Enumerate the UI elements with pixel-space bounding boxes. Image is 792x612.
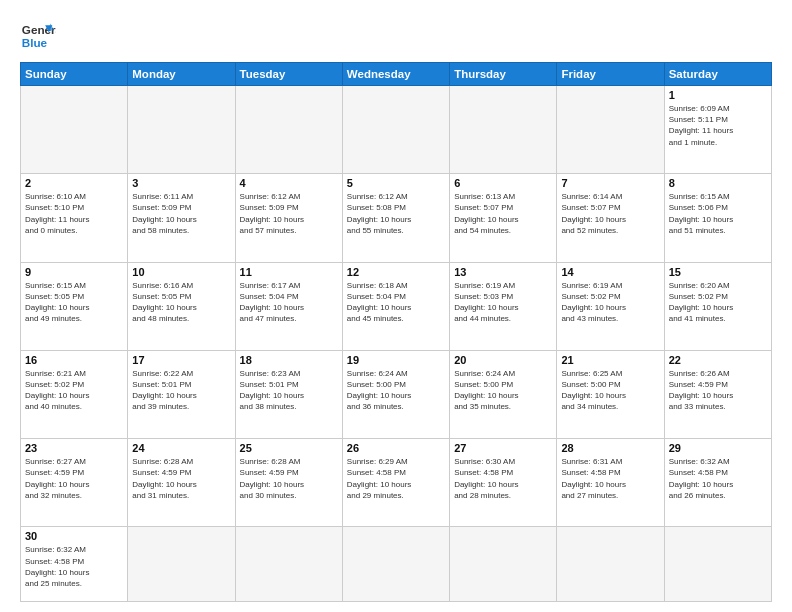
day-info: Sunrise: 6:23 AM Sunset: 5:01 PM Dayligh…	[240, 368, 338, 413]
day-number: 6	[454, 177, 552, 189]
day-cell: 27Sunrise: 6:30 AM Sunset: 4:58 PM Dayli…	[450, 439, 557, 527]
day-info: Sunrise: 6:32 AM Sunset: 4:58 PM Dayligh…	[25, 544, 123, 589]
day-info: Sunrise: 6:09 AM Sunset: 5:11 PM Dayligh…	[669, 103, 767, 148]
day-cell: 17Sunrise: 6:22 AM Sunset: 5:01 PM Dayli…	[128, 350, 235, 438]
day-info: Sunrise: 6:26 AM Sunset: 4:59 PM Dayligh…	[669, 368, 767, 413]
header-row: SundayMondayTuesdayWednesdayThursdayFrid…	[21, 63, 772, 86]
day-info: Sunrise: 6:12 AM Sunset: 5:08 PM Dayligh…	[347, 191, 445, 236]
day-number: 25	[240, 442, 338, 454]
day-number: 17	[132, 354, 230, 366]
day-number: 1	[669, 89, 767, 101]
day-cell: 8Sunrise: 6:15 AM Sunset: 5:06 PM Daylig…	[664, 174, 771, 262]
day-number: 7	[561, 177, 659, 189]
day-info: Sunrise: 6:30 AM Sunset: 4:58 PM Dayligh…	[454, 456, 552, 501]
day-cell	[235, 527, 342, 602]
day-info: Sunrise: 6:28 AM Sunset: 4:59 PM Dayligh…	[132, 456, 230, 501]
day-cell	[342, 86, 449, 174]
day-cell: 4Sunrise: 6:12 AM Sunset: 5:09 PM Daylig…	[235, 174, 342, 262]
day-info: Sunrise: 6:21 AM Sunset: 5:02 PM Dayligh…	[25, 368, 123, 413]
day-cell: 22Sunrise: 6:26 AM Sunset: 4:59 PM Dayli…	[664, 350, 771, 438]
header-day-friday: Friday	[557, 63, 664, 86]
day-info: Sunrise: 6:24 AM Sunset: 5:00 PM Dayligh…	[454, 368, 552, 413]
day-info: Sunrise: 6:15 AM Sunset: 5:06 PM Dayligh…	[669, 191, 767, 236]
calendar-body: 1Sunrise: 6:09 AM Sunset: 5:11 PM Daylig…	[21, 86, 772, 602]
day-number: 23	[25, 442, 123, 454]
day-cell	[557, 527, 664, 602]
day-info: Sunrise: 6:19 AM Sunset: 5:03 PM Dayligh…	[454, 280, 552, 325]
day-number: 30	[25, 530, 123, 542]
day-cell: 19Sunrise: 6:24 AM Sunset: 5:00 PM Dayli…	[342, 350, 449, 438]
header-day-tuesday: Tuesday	[235, 63, 342, 86]
day-info: Sunrise: 6:24 AM Sunset: 5:00 PM Dayligh…	[347, 368, 445, 413]
day-cell: 25Sunrise: 6:28 AM Sunset: 4:59 PM Dayli…	[235, 439, 342, 527]
day-number: 5	[347, 177, 445, 189]
week-row-2: 9Sunrise: 6:15 AM Sunset: 5:05 PM Daylig…	[21, 262, 772, 350]
day-number: 29	[669, 442, 767, 454]
day-cell: 20Sunrise: 6:24 AM Sunset: 5:00 PM Dayli…	[450, 350, 557, 438]
day-cell: 28Sunrise: 6:31 AM Sunset: 4:58 PM Dayli…	[557, 439, 664, 527]
day-number: 21	[561, 354, 659, 366]
day-number: 13	[454, 266, 552, 278]
day-info: Sunrise: 6:28 AM Sunset: 4:59 PM Dayligh…	[240, 456, 338, 501]
week-row-0: 1Sunrise: 6:09 AM Sunset: 5:11 PM Daylig…	[21, 86, 772, 174]
day-cell: 13Sunrise: 6:19 AM Sunset: 5:03 PM Dayli…	[450, 262, 557, 350]
day-cell: 24Sunrise: 6:28 AM Sunset: 4:59 PM Dayli…	[128, 439, 235, 527]
week-row-3: 16Sunrise: 6:21 AM Sunset: 5:02 PM Dayli…	[21, 350, 772, 438]
day-info: Sunrise: 6:25 AM Sunset: 5:00 PM Dayligh…	[561, 368, 659, 413]
day-info: Sunrise: 6:20 AM Sunset: 5:02 PM Dayligh…	[669, 280, 767, 325]
day-cell	[664, 527, 771, 602]
day-cell	[21, 86, 128, 174]
header-day-thursday: Thursday	[450, 63, 557, 86]
day-info: Sunrise: 6:11 AM Sunset: 5:09 PM Dayligh…	[132, 191, 230, 236]
day-info: Sunrise: 6:19 AM Sunset: 5:02 PM Dayligh…	[561, 280, 659, 325]
day-cell	[128, 86, 235, 174]
day-info: Sunrise: 6:32 AM Sunset: 4:58 PM Dayligh…	[669, 456, 767, 501]
logo: General Blue	[20, 18, 56, 54]
day-number: 10	[132, 266, 230, 278]
day-info: Sunrise: 6:18 AM Sunset: 5:04 PM Dayligh…	[347, 280, 445, 325]
day-cell	[450, 527, 557, 602]
day-number: 24	[132, 442, 230, 454]
week-row-4: 23Sunrise: 6:27 AM Sunset: 4:59 PM Dayli…	[21, 439, 772, 527]
day-info: Sunrise: 6:17 AM Sunset: 5:04 PM Dayligh…	[240, 280, 338, 325]
day-cell: 1Sunrise: 6:09 AM Sunset: 5:11 PM Daylig…	[664, 86, 771, 174]
day-number: 12	[347, 266, 445, 278]
svg-text:Blue: Blue	[22, 36, 48, 49]
day-info: Sunrise: 6:22 AM Sunset: 5:01 PM Dayligh…	[132, 368, 230, 413]
day-info: Sunrise: 6:10 AM Sunset: 5:10 PM Dayligh…	[25, 191, 123, 236]
day-number: 20	[454, 354, 552, 366]
day-number: 27	[454, 442, 552, 454]
day-cell	[128, 527, 235, 602]
day-number: 26	[347, 442, 445, 454]
day-number: 19	[347, 354, 445, 366]
day-cell: 29Sunrise: 6:32 AM Sunset: 4:58 PM Dayli…	[664, 439, 771, 527]
day-cell	[450, 86, 557, 174]
day-number: 9	[25, 266, 123, 278]
day-cell: 16Sunrise: 6:21 AM Sunset: 5:02 PM Dayli…	[21, 350, 128, 438]
day-cell: 5Sunrise: 6:12 AM Sunset: 5:08 PM Daylig…	[342, 174, 449, 262]
day-cell: 10Sunrise: 6:16 AM Sunset: 5:05 PM Dayli…	[128, 262, 235, 350]
day-info: Sunrise: 6:29 AM Sunset: 4:58 PM Dayligh…	[347, 456, 445, 501]
day-number: 8	[669, 177, 767, 189]
day-cell	[342, 527, 449, 602]
day-cell	[235, 86, 342, 174]
calendar-table: SundayMondayTuesdayWednesdayThursdayFrid…	[20, 62, 772, 602]
day-cell: 3Sunrise: 6:11 AM Sunset: 5:09 PM Daylig…	[128, 174, 235, 262]
day-cell: 14Sunrise: 6:19 AM Sunset: 5:02 PM Dayli…	[557, 262, 664, 350]
day-cell: 23Sunrise: 6:27 AM Sunset: 4:59 PM Dayli…	[21, 439, 128, 527]
day-cell	[557, 86, 664, 174]
day-info: Sunrise: 6:13 AM Sunset: 5:07 PM Dayligh…	[454, 191, 552, 236]
day-cell: 15Sunrise: 6:20 AM Sunset: 5:02 PM Dayli…	[664, 262, 771, 350]
day-number: 2	[25, 177, 123, 189]
day-number: 22	[669, 354, 767, 366]
day-cell: 11Sunrise: 6:17 AM Sunset: 5:04 PM Dayli…	[235, 262, 342, 350]
day-info: Sunrise: 6:31 AM Sunset: 4:58 PM Dayligh…	[561, 456, 659, 501]
day-number: 14	[561, 266, 659, 278]
day-cell: 26Sunrise: 6:29 AM Sunset: 4:58 PM Dayli…	[342, 439, 449, 527]
header-day-saturday: Saturday	[664, 63, 771, 86]
day-cell: 6Sunrise: 6:13 AM Sunset: 5:07 PM Daylig…	[450, 174, 557, 262]
header: General Blue	[20, 18, 772, 54]
day-cell: 9Sunrise: 6:15 AM Sunset: 5:05 PM Daylig…	[21, 262, 128, 350]
header-day-monday: Monday	[128, 63, 235, 86]
page: General Blue SundayMondayTuesdayWednesda…	[0, 0, 792, 612]
